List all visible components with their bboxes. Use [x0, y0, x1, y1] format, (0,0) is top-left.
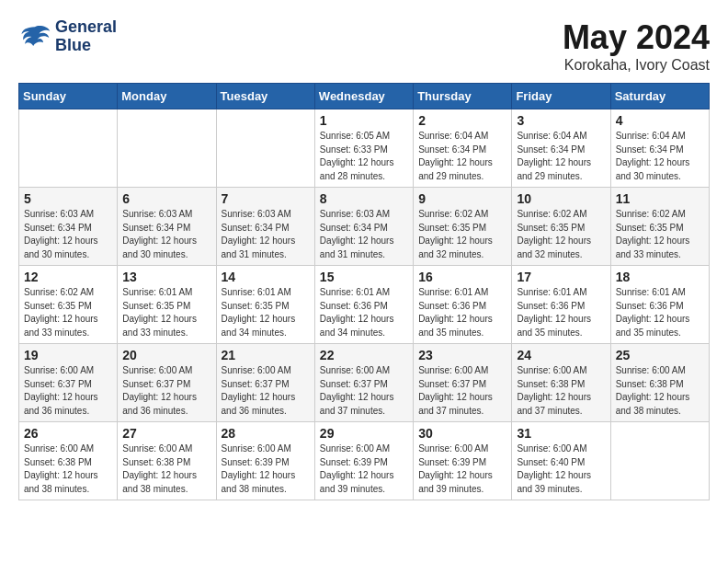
- logo-line2: Blue: [55, 37, 117, 55]
- calendar-cell: [118, 109, 216, 188]
- calendar-cell: 26Sunrise: 6:00 AM Sunset: 6:38 PM Dayli…: [19, 422, 118, 500]
- day-number: 2: [418, 113, 506, 128]
- day-number: 16: [418, 270, 506, 284]
- day-number: 25: [616, 348, 704, 362]
- day-info: Sunrise: 6:00 AM Sunset: 6:37 PM Dayligh…: [222, 364, 310, 418]
- calendar-cell: 29Sunrise: 6:00 AM Sunset: 6:39 PM Dayli…: [314, 422, 413, 500]
- day-number: 7: [222, 191, 310, 206]
- day-info: Sunrise: 6:00 AM Sunset: 6:38 PM Dayligh…: [122, 442, 210, 496]
- calendar-cell: 18Sunrise: 6:01 AM Sunset: 6:36 PM Dayli…: [610, 266, 709, 344]
- day-number: 8: [320, 191, 408, 206]
- calendar-table: SundayMondayTuesdayWednesdayThursdayFrid…: [18, 83, 710, 500]
- day-info: Sunrise: 6:03 AM Sunset: 6:34 PM Dayligh…: [24, 208, 112, 261]
- day-info: Sunrise: 6:01 AM Sunset: 6:36 PM Dayligh…: [320, 286, 408, 339]
- day-number: 24: [517, 348, 605, 362]
- calendar-cell: 1Sunrise: 6:05 AM Sunset: 6:33 PM Daylig…: [314, 109, 413, 188]
- logo-icon: [18, 22, 51, 52]
- day-number: 21: [222, 348, 310, 362]
- weekday-header: Saturday: [610, 84, 709, 109]
- day-info: Sunrise: 6:02 AM Sunset: 6:35 PM Dayligh…: [418, 208, 506, 261]
- calendar-week-row: 5Sunrise: 6:03 AM Sunset: 6:34 PM Daylig…: [19, 188, 710, 266]
- location-title: Korokaha, Ivory Coast: [563, 57, 710, 74]
- calendar-cell: 3Sunrise: 6:04 AM Sunset: 6:34 PM Daylig…: [512, 109, 610, 188]
- day-number: 14: [222, 270, 310, 284]
- day-number: 13: [122, 270, 210, 284]
- calendar-cell: 8Sunrise: 6:03 AM Sunset: 6:34 PM Daylig…: [314, 188, 413, 266]
- calendar-cell: 11Sunrise: 6:02 AM Sunset: 6:35 PM Dayli…: [610, 188, 709, 266]
- calendar-cell: 5Sunrise: 6:03 AM Sunset: 6:34 PM Daylig…: [19, 188, 118, 266]
- day-number: 10: [517, 191, 605, 206]
- day-info: Sunrise: 6:04 AM Sunset: 6:34 PM Dayligh…: [418, 130, 506, 183]
- day-number: 20: [122, 348, 210, 362]
- calendar-cell: 15Sunrise: 6:01 AM Sunset: 6:36 PM Dayli…: [314, 266, 413, 344]
- day-info: Sunrise: 6:01 AM Sunset: 6:35 PM Dayligh…: [122, 286, 210, 339]
- weekday-header: Sunday: [19, 84, 118, 109]
- day-info: Sunrise: 6:05 AM Sunset: 6:33 PM Dayligh…: [320, 130, 408, 183]
- day-number: 15: [320, 270, 408, 284]
- calendar-cell: 16Sunrise: 6:01 AM Sunset: 6:36 PM Dayli…: [414, 266, 512, 344]
- calendar-cell: [216, 109, 314, 188]
- title-section: May 2024 Korokaha, Ivory Coast: [563, 18, 710, 74]
- calendar-cell: 20Sunrise: 6:00 AM Sunset: 6:37 PM Dayli…: [118, 344, 216, 422]
- calendar-cell: 10Sunrise: 6:02 AM Sunset: 6:35 PM Dayli…: [512, 188, 610, 266]
- day-info: Sunrise: 6:02 AM Sunset: 6:35 PM Dayligh…: [616, 208, 704, 261]
- day-info: Sunrise: 6:04 AM Sunset: 6:34 PM Dayligh…: [517, 130, 605, 183]
- day-info: Sunrise: 6:00 AM Sunset: 6:38 PM Dayligh…: [24, 442, 112, 496]
- day-info: Sunrise: 6:00 AM Sunset: 6:37 PM Dayligh…: [320, 364, 408, 418]
- day-number: 11: [616, 191, 704, 206]
- day-info: Sunrise: 6:00 AM Sunset: 6:37 PM Dayligh…: [24, 364, 112, 418]
- day-info: Sunrise: 6:04 AM Sunset: 6:34 PM Dayligh…: [616, 130, 704, 183]
- calendar-cell: 9Sunrise: 6:02 AM Sunset: 6:35 PM Daylig…: [414, 188, 512, 266]
- calendar-week-row: 1Sunrise: 6:05 AM Sunset: 6:33 PM Daylig…: [19, 109, 710, 188]
- day-number: 28: [222, 426, 310, 441]
- day-info: Sunrise: 6:00 AM Sunset: 6:38 PM Dayligh…: [616, 364, 704, 418]
- calendar-cell: 13Sunrise: 6:01 AM Sunset: 6:35 PM Dayli…: [118, 266, 216, 344]
- weekday-header: Monday: [118, 84, 216, 109]
- weekday-header: Thursday: [414, 84, 512, 109]
- day-number: 30: [418, 426, 506, 441]
- day-info: Sunrise: 6:00 AM Sunset: 6:39 PM Dayligh…: [222, 442, 310, 496]
- day-info: Sunrise: 6:03 AM Sunset: 6:34 PM Dayligh…: [320, 208, 408, 261]
- calendar-cell: 25Sunrise: 6:00 AM Sunset: 6:38 PM Dayli…: [610, 344, 709, 422]
- calendar-cell: 17Sunrise: 6:01 AM Sunset: 6:36 PM Dayli…: [512, 266, 610, 344]
- calendar-cell: 31Sunrise: 6:00 AM Sunset: 6:40 PM Dayli…: [512, 422, 610, 500]
- day-info: Sunrise: 6:00 AM Sunset: 6:39 PM Dayligh…: [320, 442, 408, 496]
- day-info: Sunrise: 6:03 AM Sunset: 6:34 PM Dayligh…: [122, 208, 210, 261]
- day-number: 17: [517, 270, 605, 284]
- day-info: Sunrise: 6:00 AM Sunset: 6:39 PM Dayligh…: [418, 442, 506, 496]
- day-number: 18: [616, 270, 704, 284]
- calendar-week-row: 19Sunrise: 6:00 AM Sunset: 6:37 PM Dayli…: [19, 344, 710, 422]
- day-number: 29: [320, 426, 408, 441]
- day-number: 27: [122, 426, 210, 441]
- day-number: 26: [24, 426, 112, 441]
- calendar-cell: 21Sunrise: 6:00 AM Sunset: 6:37 PM Dayli…: [216, 344, 314, 422]
- calendar-week-row: 26Sunrise: 6:00 AM Sunset: 6:38 PM Dayli…: [19, 422, 710, 500]
- day-info: Sunrise: 6:03 AM Sunset: 6:34 PM Dayligh…: [222, 208, 310, 261]
- day-info: Sunrise: 6:00 AM Sunset: 6:37 PM Dayligh…: [418, 364, 506, 418]
- day-number: 5: [24, 191, 112, 206]
- day-info: Sunrise: 6:01 AM Sunset: 6:35 PM Dayligh…: [222, 286, 310, 339]
- calendar-cell: 12Sunrise: 6:02 AM Sunset: 6:35 PM Dayli…: [19, 266, 118, 344]
- day-number: 31: [517, 426, 605, 441]
- day-info: Sunrise: 6:01 AM Sunset: 6:36 PM Dayligh…: [517, 286, 605, 339]
- day-number: 23: [418, 348, 506, 362]
- calendar-cell: [610, 422, 709, 500]
- day-info: Sunrise: 6:01 AM Sunset: 6:36 PM Dayligh…: [418, 286, 506, 339]
- day-number: 4: [616, 113, 704, 128]
- page-header: General Blue May 2024 Korokaha, Ivory Co…: [18, 18, 710, 74]
- calendar-week-row: 12Sunrise: 6:02 AM Sunset: 6:35 PM Dayli…: [19, 266, 710, 344]
- day-info: Sunrise: 6:01 AM Sunset: 6:36 PM Dayligh…: [616, 286, 704, 339]
- calendar-cell: 2Sunrise: 6:04 AM Sunset: 6:34 PM Daylig…: [414, 109, 512, 188]
- day-info: Sunrise: 6:00 AM Sunset: 6:40 PM Dayligh…: [517, 442, 605, 496]
- day-number: 12: [24, 270, 112, 284]
- day-info: Sunrise: 6:02 AM Sunset: 6:35 PM Dayligh…: [24, 286, 112, 339]
- day-number: 3: [517, 113, 605, 128]
- day-number: 6: [122, 191, 210, 206]
- calendar-cell: 30Sunrise: 6:00 AM Sunset: 6:39 PM Dayli…: [414, 422, 512, 500]
- calendar-cell: 7Sunrise: 6:03 AM Sunset: 6:34 PM Daylig…: [216, 188, 314, 266]
- calendar-cell: 24Sunrise: 6:00 AM Sunset: 6:38 PM Dayli…: [512, 344, 610, 422]
- calendar-cell: 14Sunrise: 6:01 AM Sunset: 6:35 PM Dayli…: [216, 266, 314, 344]
- month-title: May 2024: [563, 18, 710, 57]
- calendar-cell: 4Sunrise: 6:04 AM Sunset: 6:34 PM Daylig…: [610, 109, 709, 188]
- calendar-cell: 23Sunrise: 6:00 AM Sunset: 6:37 PM Dayli…: [414, 344, 512, 422]
